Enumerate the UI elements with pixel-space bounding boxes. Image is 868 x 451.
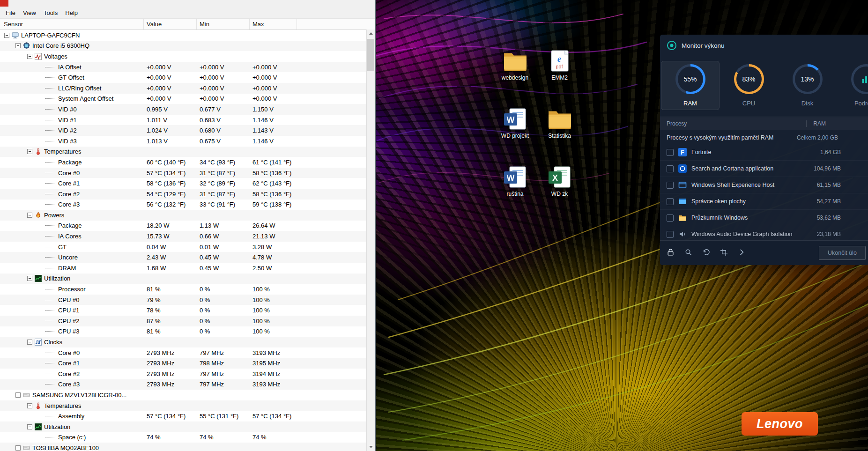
sensor-row[interactable]: Core #254 °C (129 °F)31 °C (87 °F)58 °C … bbox=[0, 189, 375, 200]
scroll-down-button[interactable] bbox=[367, 443, 375, 451]
sensor-row[interactable]: Package18.20 W1.13 W26.64 W bbox=[0, 221, 375, 231]
sensor-row[interactable]: Clocks bbox=[0, 337, 375, 347]
column-header-sensor[interactable]: Sensor bbox=[0, 19, 144, 30]
lock-button[interactable] bbox=[667, 248, 675, 258]
column-header-min[interactable]: Min bbox=[197, 19, 250, 30]
sensor-row[interactable]: Core #158 °C (136 °F)32 °C (89 °F)62 °C … bbox=[0, 178, 375, 189]
sensor-row[interactable]: CPU #178 %0 %100 % bbox=[0, 305, 375, 316]
collapse-toggle[interactable] bbox=[4, 33, 9, 38]
process-checkbox[interactable] bbox=[667, 214, 674, 222]
collapse-toggle[interactable] bbox=[27, 54, 32, 59]
sensor-row[interactable]: VID #21.024 V0.680 V1.143 V bbox=[0, 125, 375, 136]
column-header-value[interactable]: Value bbox=[144, 19, 197, 30]
desktop-icon-ruština[interactable]: Wruština bbox=[493, 166, 537, 224]
sensor-row[interactable]: Package60 °C (140 °F)34 °C (93 °F)61 °C … bbox=[0, 157, 375, 168]
sensor-row[interactable]: Powers bbox=[0, 210, 375, 221]
collapse-toggle[interactable] bbox=[15, 43, 21, 48]
sensor-row[interactable]: Voltages bbox=[0, 51, 375, 62]
sensor-row[interactable]: Core #12793 MHz798 MHz3195 MHz bbox=[0, 358, 375, 369]
crop-button[interactable] bbox=[720, 248, 728, 258]
process-row[interactable]: Search and Cortana application104,96 MB bbox=[660, 161, 868, 177]
collapse-toggle[interactable] bbox=[27, 276, 32, 281]
performance-monitor-panel: Monitor výkonu 55%RAM83%CPU13%DiskPodrob… bbox=[660, 35, 868, 265]
value-cell: 1.024 V bbox=[144, 125, 197, 136]
desktop-icon-webdesign[interactable]: webdesign bbox=[493, 50, 537, 108]
sensor-row[interactable]: CPU #079 %0 %100 % bbox=[0, 295, 375, 305]
process-checkbox[interactable] bbox=[667, 231, 674, 238]
crop-icon bbox=[720, 248, 728, 256]
titlebar[interactable] bbox=[0, 0, 375, 7]
sensor-row[interactable]: Intel Core i5 6300HQ bbox=[0, 41, 375, 52]
sensor-row[interactable]: Temperatures bbox=[0, 400, 375, 411]
tree-connector bbox=[45, 363, 54, 363]
sensor-label: Core #2 bbox=[58, 191, 80, 198]
sensor-row[interactable]: Temperatures bbox=[0, 147, 375, 157]
sensor-row[interactable]: Processor81 %0 %100 % bbox=[0, 284, 375, 295]
collapse-toggle[interactable] bbox=[15, 392, 21, 398]
tab-cpu[interactable]: 83%CPU bbox=[720, 61, 778, 110]
process-checkbox[interactable] bbox=[667, 165, 674, 172]
collapse-toggle[interactable] bbox=[27, 213, 32, 218]
sensor-row[interactable]: Core #32793 MHz797 MHz3193 MHz bbox=[0, 379, 375, 390]
sensor-row[interactable]: IA Cores15.73 W0.66 W21.13 W bbox=[0, 231, 375, 242]
collapse-toggle[interactable] bbox=[15, 445, 21, 451]
sensor-row[interactable]: Space (c:)74 %74 %74 % bbox=[0, 432, 375, 443]
undo-button[interactable] bbox=[702, 248, 710, 258]
chevron-right-button[interactable] bbox=[738, 248, 746, 258]
scrollbar-thumb[interactable] bbox=[367, 39, 374, 71]
sensor-row[interactable]: GT Offset+0.000 V+0.000 V+0.000 V bbox=[0, 72, 375, 83]
sensor-row[interactable]: Utilization bbox=[0, 421, 375, 432]
sensor-row[interactable]: Core #057 °C (134 °F)31 °C (87 °F)58 °C … bbox=[0, 168, 375, 178]
sensor-row[interactable]: DRAM1.68 W0.45 W2.50 W bbox=[0, 263, 375, 274]
sensor-row[interactable]: CPU #287 %0 %100 % bbox=[0, 316, 375, 326]
sensor-row[interactable]: Assembly57 °C (134 °F)55 °C (131 °F)57 °… bbox=[0, 411, 375, 421]
desktop-icon-wd-zk[interactable]: XWD zk bbox=[537, 166, 582, 224]
min-cell: 1.13 W bbox=[197, 221, 250, 231]
scroll-up-button[interactable] bbox=[367, 30, 375, 37]
sensor-row[interactable]: SAMSUNG MZVLV128HCGR-00... bbox=[0, 390, 375, 400]
desktop-icon-emm2[interactable]: epdfEMM2 bbox=[537, 50, 582, 108]
scrollbar[interactable] bbox=[366, 30, 375, 451]
ram-column-header[interactable]: RAM bbox=[806, 120, 826, 127]
desktop-icon-wd-projekt[interactable]: WWD projekt bbox=[493, 108, 537, 166]
sensor-row[interactable]: LAPTOP-GAFC9CFN bbox=[0, 30, 375, 41]
sensor-row[interactable]: Uncore2.43 W0.45 W4.78 W bbox=[0, 252, 375, 263]
search-button[interactable] bbox=[684, 248, 692, 258]
collapse-toggle[interactable] bbox=[27, 340, 32, 345]
tab-podrobn[interactable]: Podrobn bbox=[837, 61, 868, 110]
sensor-row[interactable]: VID #00.995 V0.677 V1.150 V bbox=[0, 104, 375, 115]
menu-view[interactable]: View bbox=[19, 9, 40, 16]
process-row[interactable]: Windows Shell Experience Host61,15 MB bbox=[660, 177, 868, 193]
sensor-row[interactable]: CPU #381 %0 %100 % bbox=[0, 326, 375, 337]
menu-tools[interactable]: Tools bbox=[40, 9, 61, 16]
menu-help[interactable]: Help bbox=[61, 9, 82, 16]
sensor-row[interactable]: TOSHIBA MQ02ABF100 bbox=[0, 443, 375, 451]
row-filler bbox=[297, 358, 375, 369]
collapse-toggle[interactable] bbox=[27, 424, 32, 429]
sensor-row[interactable]: Core #22793 MHz797 MHz3194 MHz bbox=[0, 369, 375, 379]
sensor-row[interactable]: Utilization bbox=[0, 274, 375, 284]
tab-ram[interactable]: 55%RAM bbox=[661, 61, 720, 110]
column-header-max[interactable]: Max bbox=[250, 19, 297, 30]
process-row[interactable]: Správce oken plochy54,27 MB bbox=[660, 193, 868, 210]
process-checkbox[interactable] bbox=[667, 182, 674, 189]
sensor-row[interactable]: Core #02793 MHz797 MHz3193 MHz bbox=[0, 347, 375, 358]
process-checkbox[interactable] bbox=[667, 198, 674, 205]
sensor-row[interactable]: LLC/Ring Offset+0.000 V+0.000 V+0.000 V bbox=[0, 83, 375, 94]
sensor-row[interactable]: VID #11.011 V0.683 V1.146 V bbox=[0, 115, 375, 126]
process-row[interactable]: FFortnite1,64 GB bbox=[660, 144, 868, 161]
process-checkbox[interactable] bbox=[667, 149, 674, 156]
end-task-button[interactable]: Ukončit úlo bbox=[819, 246, 866, 260]
sensor-row[interactable]: System Agent Offset+0.000 V+0.000 V+0.00… bbox=[0, 94, 375, 104]
sensor-row[interactable]: IA Offset+0.000 V+0.000 V+0.000 V bbox=[0, 62, 375, 73]
tab-disk[interactable]: 13%Disk bbox=[778, 61, 837, 110]
desktop-icon-statistika[interactable]: Statistika bbox=[537, 108, 582, 166]
sensor-row[interactable]: GT0.04 W0.01 W3.28 W bbox=[0, 242, 375, 252]
sensor-row[interactable]: VID #31.013 V0.675 V1.146 V bbox=[0, 136, 375, 147]
sensor-row[interactable]: Core #356 °C (132 °F)33 °C (91 °F)59 °C … bbox=[0, 200, 375, 210]
tree-connector bbox=[45, 257, 54, 258]
collapse-toggle[interactable] bbox=[27, 149, 32, 154]
menu-file[interactable]: File bbox=[2, 9, 19, 16]
collapse-toggle[interactable] bbox=[27, 403, 32, 408]
process-row[interactable]: Průzkumník Windows53,62 MB bbox=[660, 210, 868, 226]
